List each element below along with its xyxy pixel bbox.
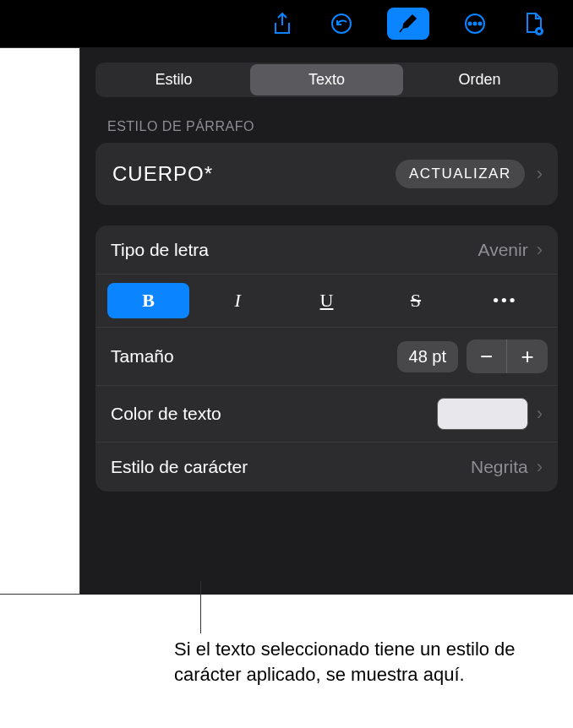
chevron-right-icon: › [532, 456, 548, 478]
text-color-label: Color de texto [111, 404, 437, 424]
more-styles-button[interactable]: ••• [464, 283, 546, 318]
top-toolbar [0, 0, 573, 47]
character-style-row[interactable]: Estilo de carácter Negrita › [96, 443, 558, 492]
document-preview-edge [0, 47, 80, 595]
size-stepper: − + [467, 340, 548, 373]
font-value: Avenir [478, 240, 528, 260]
update-button[interactable]: ACTUALIZAR [396, 160, 525, 188]
size-increase-button[interactable]: + [507, 340, 548, 373]
format-panel: Estilo Texto Orden ESTILO DE PÁRRAFO CUE… [80, 47, 573, 595]
undo-icon[interactable] [328, 10, 355, 37]
character-style-label: Estilo de carácter [111, 457, 471, 477]
strikethrough-button[interactable]: S [374, 283, 456, 318]
tab-order[interactable]: Orden [403, 64, 556, 95]
share-icon[interactable] [269, 10, 296, 37]
chevron-right-icon: › [532, 403, 548, 425]
bold-button[interactable]: B [107, 283, 189, 318]
more-icon[interactable] [461, 10, 488, 37]
text-color-swatch[interactable] [437, 398, 528, 430]
content-area: Estilo Texto Orden ESTILO DE PÁRRAFO CUE… [0, 47, 573, 595]
chevron-right-icon: › [532, 239, 548, 261]
format-tabs: Estilo Texto Orden [96, 62, 558, 97]
svg-point-3 [474, 23, 477, 25]
character-style-value: Negrita [471, 457, 528, 477]
callout-leader-line [200, 581, 201, 633]
italic-button[interactable]: I [196, 283, 278, 318]
text-style-buttons: B I U S ••• [96, 274, 558, 328]
size-value[interactable]: 48 pt [397, 341, 458, 372]
svg-point-2 [469, 23, 472, 25]
svg-point-4 [479, 23, 482, 25]
tab-style[interactable]: Estilo [97, 64, 250, 95]
paragraph-style-row[interactable]: CUERPO* ACTUALIZAR › [96, 143, 558, 205]
text-settings-card: Tipo de letra Avenir › B I U S ••• Tamañ… [96, 225, 558, 492]
text-color-row[interactable]: Color de texto › [96, 386, 558, 443]
font-row[interactable]: Tipo de letra Avenir › [96, 225, 558, 274]
size-label: Tamaño [111, 346, 397, 367]
callout-text: Si el texto seleccionado tiene un estilo… [174, 637, 538, 687]
paragraph-style-label: ESTILO DE PÁRRAFO [107, 119, 558, 134]
tab-text[interactable]: Texto [250, 64, 403, 95]
paragraph-style-name: CUERPO* [112, 162, 396, 186]
document-settings-icon[interactable] [521, 10, 548, 37]
size-row: Tamaño 48 pt − + [96, 328, 558, 386]
size-decrease-button[interactable]: − [467, 340, 507, 373]
underline-button[interactable]: U [286, 283, 368, 318]
svg-point-6 [538, 30, 541, 33]
chevron-right-icon: › [532, 163, 548, 185]
font-label: Tipo de letra [111, 240, 478, 260]
format-brush-icon[interactable] [387, 8, 429, 40]
